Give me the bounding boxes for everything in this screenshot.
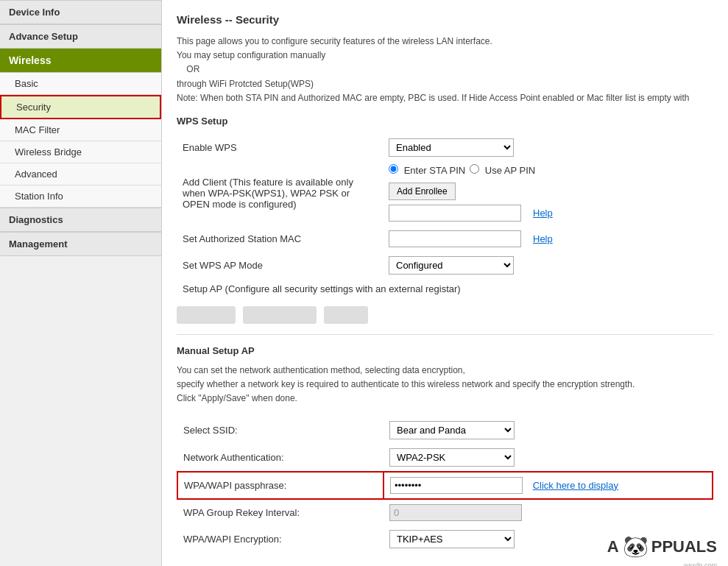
- wpa-passphrase-label: WPA/WAPI passphrase:: [177, 472, 384, 499]
- enter-sta-pin-label: Enter STA PIN: [389, 164, 465, 176]
- sidebar-item-wireless[interactable]: Wireless: [0, 49, 161, 73]
- enter-sta-pin-radio[interactable]: [389, 164, 398, 174]
- logo-text-2: PPUALS: [651, 537, 717, 556]
- sidebar-item-advanced[interactable]: Advanced: [0, 163, 161, 185]
- logo-icon: 🐼: [623, 534, 649, 559]
- wps-ap-mode-row: Set WPS AP Mode Configured Unconfigured: [177, 252, 713, 279]
- network-auth-select[interactable]: WPA2-PSK WPA-PSK Open Shared: [389, 448, 515, 467]
- click-display-link[interactable]: Click here to display: [533, 480, 618, 491]
- blurred-btn-3: [324, 306, 368, 324]
- logo-text: A: [607, 537, 620, 556]
- authorized-mac-row: Set Authorized Station MAC Help: [177, 226, 713, 252]
- add-enrollee-button[interactable]: Add Enrollee: [389, 183, 456, 200]
- section-divider: [177, 334, 713, 335]
- use-ap-pin-label: Use AP PIN: [470, 164, 535, 176]
- use-ap-pin-radio[interactable]: [470, 164, 479, 174]
- manual-setup-table: Select SSID: Bear and Panda Network Auth…: [177, 417, 713, 553]
- sidebar-item-advance-setup[interactable]: Advance Setup: [0, 24, 161, 49]
- enable-wps-select[interactable]: Enabled Disabled: [389, 138, 514, 157]
- sidebar-item-management[interactable]: Management: [0, 232, 161, 256]
- watermark: wsxdn.com: [684, 562, 717, 566]
- wps-setup-table: Enable WPS Enabled Disabled Add Client (…: [177, 134, 713, 299]
- enable-wps-row: Enable WPS Enabled Disabled: [177, 134, 713, 161]
- wps-setup-header: WPS Setup: [177, 116, 713, 127]
- manual-description: You can set the network authentication m…: [177, 364, 713, 406]
- select-ssid-label: Select SSID:: [177, 417, 384, 444]
- blurred-btn-1: [177, 306, 236, 324]
- page-description: This page allows you to configure securi…: [177, 35, 713, 105]
- logo-area: A 🐼 PPUALS wsxdn.com: [607, 534, 717, 559]
- manual-setup-header: Manual Setup AP: [177, 345, 713, 356]
- authorized-mac-help-link[interactable]: Help: [533, 233, 553, 244]
- blurred-buttons-row: [177, 306, 713, 324]
- add-client-label: Add Client (This feature is available on…: [177, 161, 383, 226]
- setup-ap-row: Setup AP (Configure all security setting…: [177, 279, 713, 299]
- wpa-passphrase-row: WPA/WAPI passphrase: Click here to displ…: [177, 472, 713, 499]
- sidebar-item-diagnostics[interactable]: Diagnostics: [0, 208, 161, 232]
- network-auth-label: Network Authentication:: [177, 444, 384, 472]
- authorized-mac-label: Set Authorized Station MAC: [177, 226, 383, 252]
- page-title: Wireless -- Security: [177, 13, 713, 26]
- enable-wps-label: Enable WPS: [177, 134, 383, 161]
- sidebar-item-device-info[interactable]: Device Info: [0, 0, 161, 24]
- main-content: Wireless -- Security This page allows yo…: [162, 0, 728, 566]
- select-ssid-select[interactable]: Bear and Panda: [389, 421, 515, 439]
- sidebar-item-security[interactable]: Security: [0, 95, 161, 119]
- authorized-mac-input[interactable]: [389, 230, 521, 247]
- wpa-group-rekey-label: WPA Group Rekey Interval:: [177, 499, 384, 526]
- wps-ap-mode-select[interactable]: Configured Unconfigured: [389, 256, 514, 275]
- sidebar-item-mac-filter[interactable]: MAC Filter: [0, 119, 161, 141]
- wpa-group-rekey-row: WPA Group Rekey Interval:: [177, 499, 713, 526]
- sidebar: Device Info Advance Setup Wireless Basic…: [0, 0, 162, 566]
- wpa-passphrase-input[interactable]: [390, 477, 523, 494]
- setup-ap-label: Setup AP (Configure all security setting…: [177, 279, 713, 299]
- wpa-encryption-select[interactable]: TKIP+AES TKIP AES: [389, 530, 515, 548]
- sidebar-item-wireless-bridge[interactable]: Wireless Bridge: [0, 141, 161, 163]
- sta-pin-help-link[interactable]: Help: [533, 208, 553, 219]
- wpa-encryption-label: WPA/WAPI Encryption:: [177, 526, 384, 553]
- blurred-btn-2: [243, 306, 317, 324]
- wpa-group-rekey-input[interactable]: [389, 504, 522, 521]
- network-auth-row: Network Authentication: WPA2-PSK WPA-PSK…: [177, 444, 713, 472]
- add-client-row: Add Client (This feature is available on…: [177, 161, 713, 226]
- wps-ap-mode-label: Set WPS AP Mode: [177, 252, 383, 279]
- sidebar-item-basic[interactable]: Basic: [0, 73, 161, 95]
- select-ssid-row: Select SSID: Bear and Panda: [177, 417, 713, 444]
- sta-pin-input[interactable]: [389, 205, 521, 222]
- sidebar-item-station-info[interactable]: Station Info: [0, 185, 161, 208]
